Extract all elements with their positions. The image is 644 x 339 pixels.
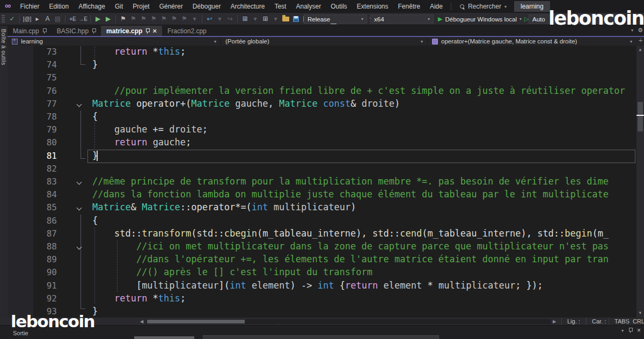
add-item-icon[interactable]: ⊞ (261, 14, 270, 24)
new-project-icon[interactable]: ⊞ (240, 14, 250, 24)
scope-nav-arrow-icon: ▾ (421, 39, 423, 44)
clipboard-ring-icon[interactable]: ▤ (53, 14, 62, 24)
current-line-highlight (87, 150, 635, 163)
output-close-icon[interactable]: × (637, 327, 641, 334)
tab-pin-icon[interactable] (92, 28, 96, 34)
profile-badge[interactable]: learning (514, 1, 550, 12)
tab-main-cpp[interactable]: Main.cpp (8, 26, 52, 36)
output-options-dropdown-icon[interactable]: ▾ (621, 328, 624, 333)
scope-nav-combo[interactable]: (Portée globale) ▾ (221, 37, 428, 46)
menu-affichage[interactable]: Affichage (74, 1, 110, 12)
member-nav-combo[interactable]: operator+(Matrice gauche, Matrice const … (428, 37, 644, 46)
fold-collapse-icon[interactable] (77, 101, 82, 107)
code-editor[interactable]: 73 return *this;74}7576 //pour implément… (8, 46, 636, 318)
code-line-91: 91 [multiplicateur](int element) -> int … (8, 279, 636, 293)
bookmark-window-icon[interactable]: ⚑ (180, 14, 189, 24)
bookmark-clear-icon[interactable]: ⚑ (170, 14, 179, 24)
menu-analyser[interactable]: Analyser (291, 1, 326, 12)
tab-label: BASIC.hpp (57, 27, 89, 35)
eol-indicator[interactable]: CRLF (627, 318, 644, 325)
open-folder-icon[interactable] (281, 14, 290, 24)
code-text: gauche += droite; (92, 124, 208, 135)
menu-outils[interactable]: Outils (326, 1, 352, 12)
tab-basic-hpp[interactable]: BASIC.hpp (52, 26, 101, 36)
menu-edition[interactable]: Edition (44, 1, 74, 12)
toolbar-grip[interactable] (2, 14, 5, 23)
fold-collapse-icon[interactable] (77, 205, 82, 211)
start-debugging-icon[interactable]: ▶ (438, 16, 442, 23)
menu-projet[interactable]: Projet (128, 1, 154, 12)
navigate-backward-dropdown-icon[interactable]: ▾ (215, 14, 224, 24)
menu-deboguer[interactable]: Déboguer (188, 1, 226, 12)
vertical-scrollbar-thumb[interactable] (638, 102, 643, 131)
code-line-87: 87 std::transform(std::cbegin(m_tableau_… (8, 227, 636, 241)
code-text: } (92, 59, 98, 70)
text-cursor-icon[interactable]: A (43, 14, 52, 24)
code-line-79: 79 gauche += droite; (8, 123, 636, 137)
bookmark-folder-next-icon[interactable]: ⚑ (159, 14, 169, 24)
menu-aide[interactable]: Aide (425, 1, 448, 12)
extend-selection-icon[interactable]: +E (68, 14, 77, 24)
tab-close-icon[interactable]: × (152, 28, 157, 34)
code-check-icon[interactable]: ✓ (8, 14, 17, 24)
scroll-right-icon[interactable]: ▶ (553, 319, 556, 324)
search-icon (460, 4, 465, 9)
output-pin-icon[interactable] (628, 328, 632, 333)
tabs-indicator[interactable]: TABS (609, 318, 627, 325)
auto-combo-value: Auto (532, 16, 545, 23)
output-source-combo[interactable] (203, 335, 439, 339)
project-nav-arrow-icon: ▾ (214, 39, 216, 44)
member-nav-arrow-icon: ▾ (630, 39, 632, 44)
menu-fenetre[interactable]: Fenêtre (393, 1, 425, 12)
fold-collapse-icon[interactable] (77, 245, 82, 250)
tab-pin-icon[interactable] (42, 28, 46, 34)
line-indicator: Lig. : 81 (561, 318, 586, 325)
scroll-down-icon[interactable]: ▼ (636, 311, 644, 315)
line-number: 76 (8, 86, 57, 96)
run-file-alt-icon[interactable]: ▶ (104, 14, 113, 24)
search-control[interactable]: Rechercher ▾ (455, 3, 512, 10)
bookmark-icon[interactable]: ⚑ (119, 14, 128, 24)
cursor-select-icon[interactable]: ▸ (33, 14, 42, 24)
tab-pin-icon[interactable] (145, 28, 149, 34)
bookmark-next-icon[interactable]: ⚑ (139, 14, 148, 24)
debug-target-dropdown-icon[interactable]: ▾ (519, 17, 522, 21)
bookmark-folder-prev-icon[interactable]: ⚑ (149, 14, 158, 24)
scroll-up-icon[interactable]: ▲ (636, 47, 644, 52)
bookmark-prev-icon[interactable]: ⚑ (129, 14, 138, 24)
menu-extensions[interactable]: Extensions (352, 1, 393, 12)
menu-architecture[interactable]: Architecture (225, 1, 269, 12)
new-project-dropdown-icon[interactable]: ▾ (251, 14, 260, 24)
save-icon[interactable] (291, 14, 301, 24)
tab-matrice-cpp[interactable]: matrice.cpp× (101, 26, 162, 36)
caret-position-marker (636, 115, 644, 116)
horizontal-scrollbar[interactable] (146, 319, 551, 324)
platform-combo[interactable]: x64 ▾ (370, 14, 434, 24)
shrink-selection-icon[interactable]: →E (78, 14, 87, 24)
horizontal-scrollbar-thumb[interactable] (147, 320, 245, 323)
scroll-left-icon[interactable]: ◀ (140, 319, 143, 324)
menu-git[interactable]: Git (110, 1, 128, 12)
text-caret (97, 151, 98, 161)
member-list-icon[interactable]: [@] (23, 14, 32, 24)
toolbox-vertical-tab[interactable]: Boîte à outils (1, 26, 7, 65)
add-item-dropdown-icon[interactable]: ▾ (271, 14, 280, 24)
navigate-forward-icon[interactable]: ↪ (225, 14, 235, 24)
menu-test[interactable]: Test (269, 1, 291, 12)
code-text: //() après le [] c'est l'input du transf… (92, 267, 372, 277)
run-file-icon[interactable]: ▶ (93, 14, 103, 24)
code-text: //ici on met multiplicateur dans la zone… (92, 241, 609, 252)
tab-fraction2-cpp[interactable]: Fraction2.cpp (162, 26, 212, 36)
editor-split-icon[interactable]: ÷ (639, 37, 642, 45)
project-nav-combo[interactable]: learning ▾ (8, 37, 221, 46)
code-text: [multiplicateur](int element) -> int {re… (92, 280, 543, 291)
vertical-scrollbar[interactable]: ▲ ▼ (636, 46, 644, 318)
navigate-backward-icon[interactable]: ↩ (205, 14, 214, 24)
menu-fichier[interactable]: Fichier (15, 1, 44, 12)
menu-generer[interactable]: Générer (155, 1, 188, 12)
configuration-combo[interactable]: Release ▾ (304, 14, 367, 24)
fold-collapse-icon[interactable] (77, 180, 82, 185)
bookmark-dropdown-icon[interactable]: ▾ (190, 14, 199, 24)
code-line-93: 93} (8, 305, 636, 318)
debug-target-label[interactable]: Débogueur Windows local (445, 16, 517, 23)
